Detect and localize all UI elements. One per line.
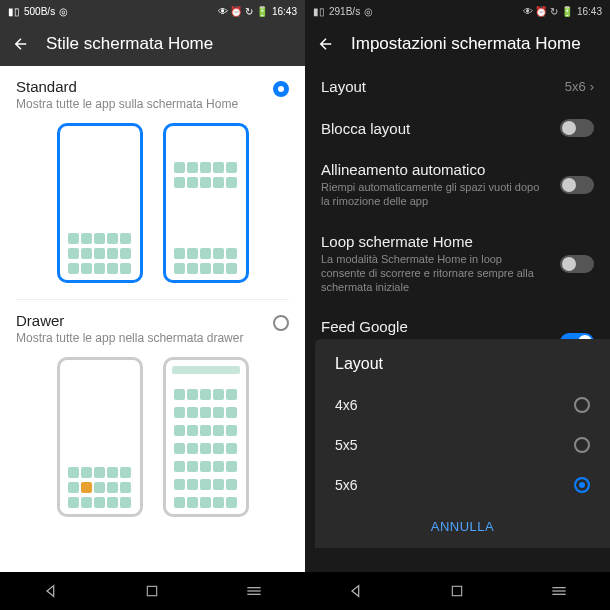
row-label: Feed Google — [321, 318, 548, 335]
row-layout[interactable]: Layout 5x6 › — [305, 66, 610, 107]
net-speed: 291B/s — [329, 6, 360, 17]
page-title: Impostazioni schermata Home — [351, 34, 581, 54]
dialog-cancel-button[interactable]: ANNULLA — [315, 505, 610, 540]
dialog-title: Layout — [315, 355, 610, 385]
nav-home-icon[interactable] — [450, 584, 464, 598]
status-icons: 👁 ⏰ ↻ 🔋 — [523, 6, 573, 17]
radio-5x6[interactable] — [574, 477, 590, 493]
row-sub: Riempi automaticamente gli spazi vuoti d… — [321, 180, 548, 209]
row-lock-layout[interactable]: Blocca layout — [305, 107, 610, 149]
layout-dialog: Layout 4x6 5x5 5x6 ANNULLA — [315, 339, 610, 548]
row-sub: La modalità Schermate Home in loop conse… — [321, 252, 548, 295]
radio-5x5[interactable] — [574, 437, 590, 453]
radio-standard[interactable] — [273, 81, 289, 97]
dialog-option-label: 4x6 — [335, 397, 358, 413]
header: Impostazioni schermata Home — [305, 22, 610, 66]
dialog-option-label: 5x5 — [335, 437, 358, 453]
chevron-right-icon: › — [590, 79, 594, 94]
clock: 16:43 — [272, 6, 297, 17]
net-speed: 500B/s — [24, 6, 55, 17]
dialog-option-5x5[interactable]: 5x5 — [315, 425, 610, 465]
header: Stile schermata Home — [0, 22, 305, 66]
status-bar: ▮▯ 291B/s ◎ 👁 ⏰ ↻ 🔋 16:43 — [305, 0, 610, 22]
option-title: Drawer — [16, 312, 273, 329]
nfc-icon: ◎ — [59, 6, 68, 17]
svg-rect-0 — [148, 586, 157, 595]
toggle-align[interactable] — [560, 176, 594, 194]
radio-drawer[interactable] — [273, 315, 289, 331]
option-subtitle: Mostra tutte le app nella schermata draw… — [16, 331, 273, 345]
status-icons: 👁 ⏰ ↻ 🔋 — [218, 6, 268, 17]
preview-drawer — [0, 357, 305, 533]
option-title: Standard — [16, 78, 273, 95]
phone-mock — [163, 123, 249, 283]
nav-recent-icon[interactable] — [246, 585, 262, 597]
nav-bar — [305, 572, 610, 610]
back-icon[interactable] — [317, 35, 335, 53]
row-value: 5x6 — [565, 79, 586, 94]
nav-back-icon[interactable] — [348, 583, 364, 599]
nfc-icon: ◎ — [364, 6, 373, 17]
clock: 16:43 — [577, 6, 602, 17]
option-subtitle: Mostra tutte le app sulla schermata Home — [16, 97, 273, 111]
phone-mock — [57, 357, 143, 517]
nav-bar — [0, 572, 305, 610]
phone-mock — [163, 357, 249, 517]
screen-home-style: ▮▯ 500B/s ◎ 👁 ⏰ ↻ 🔋 16:43 Stile schermat… — [0, 0, 305, 610]
status-bar: ▮▯ 500B/s ◎ 👁 ⏰ ↻ 🔋 16:43 — [0, 0, 305, 22]
page-title: Stile schermata Home — [46, 34, 213, 54]
row-label: Blocca layout — [321, 120, 548, 137]
row-label: Loop schermate Home — [321, 233, 548, 250]
option-drawer[interactable]: Drawer Mostra tutte le app nella scherma… — [0, 300, 305, 357]
toggle-loop[interactable] — [560, 255, 594, 273]
nav-home-icon[interactable] — [145, 584, 159, 598]
option-standard[interactable]: Standard Mostra tutte le app sulla scher… — [0, 66, 305, 123]
row-loop[interactable]: Loop schermate Home La modalità Schermat… — [305, 221, 610, 307]
nav-back-icon[interactable] — [43, 583, 59, 599]
nav-recent-icon[interactable] — [551, 585, 567, 597]
screen-home-settings: ▮▯ 291B/s ◎ 👁 ⏰ ↻ 🔋 16:43 Impostazioni s… — [305, 0, 610, 610]
row-label: Layout — [321, 78, 553, 95]
signal-icon: ▮▯ — [313, 6, 325, 17]
row-auto-align[interactable]: Allineamento automatico Riempi automatic… — [305, 149, 610, 221]
toggle-lock[interactable] — [560, 119, 594, 137]
radio-4x6[interactable] — [574, 397, 590, 413]
back-icon[interactable] — [12, 35, 30, 53]
dialog-option-5x6[interactable]: 5x6 — [315, 465, 610, 505]
svg-rect-4 — [453, 586, 462, 595]
preview-standard — [0, 123, 305, 299]
dialog-option-4x6[interactable]: 4x6 — [315, 385, 610, 425]
phone-mock — [57, 123, 143, 283]
row-label: Allineamento automatico — [321, 161, 548, 178]
dialog-option-label: 5x6 — [335, 477, 358, 493]
signal-icon: ▮▯ — [8, 6, 20, 17]
